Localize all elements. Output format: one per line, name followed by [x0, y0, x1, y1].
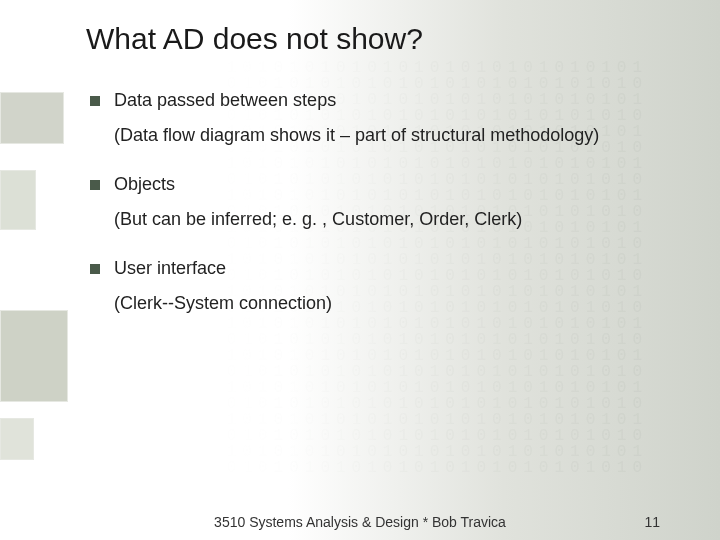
item-heading: User interface [114, 258, 226, 279]
list-item: Objects (But can be inferred; e. g. , Cu… [90, 174, 682, 230]
slide-content: What AD does not show? Data passed betwe… [0, 0, 720, 540]
slide-title: What AD does not show? [86, 22, 682, 56]
square-bullet-icon [90, 96, 100, 106]
list-item: User interface (Clerk--System connection… [90, 258, 682, 314]
item-heading: Objects [114, 174, 175, 195]
item-detail: (Clerk--System connection) [114, 293, 682, 314]
item-heading: Data passed between steps [114, 90, 336, 111]
list-item: Data passed between steps (Data flow dia… [90, 90, 682, 146]
item-detail: (Data flow diagram shows it – part of st… [114, 125, 682, 146]
item-detail: (But can be inferred; e. g. , Customer, … [114, 209, 682, 230]
page-number: 11 [644, 514, 660, 530]
bullet-list: Data passed between steps (Data flow dia… [90, 90, 682, 314]
square-bullet-icon [90, 180, 100, 190]
footer-text: 3510 Systems Analysis & Design * Bob Tra… [214, 514, 506, 530]
square-bullet-icon [90, 264, 100, 274]
